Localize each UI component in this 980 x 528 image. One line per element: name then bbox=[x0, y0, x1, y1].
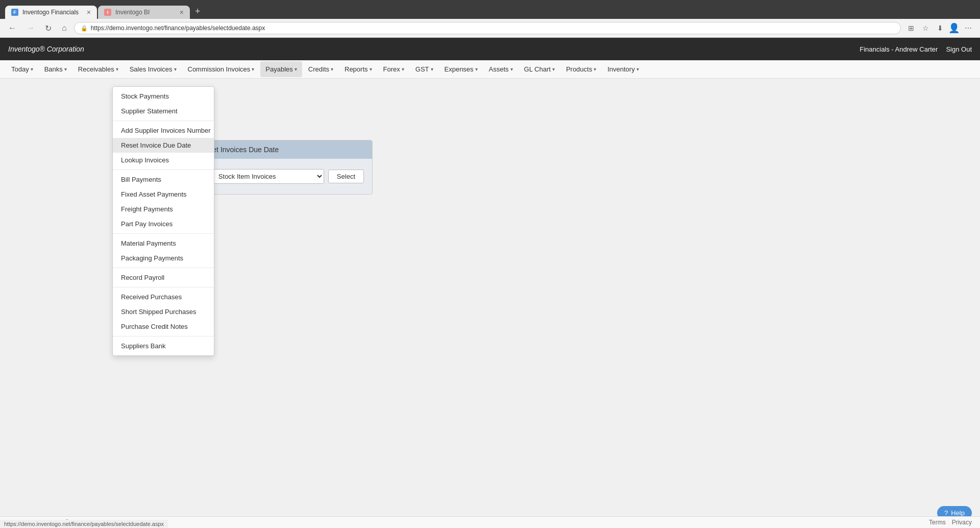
nav-arrow-products: ▾ bbox=[594, 66, 596, 72]
toolbar-icons: ⊞ ☆ ⬇ 👤 ⋯ bbox=[905, 22, 975, 34]
nav-label-assets: Assets bbox=[489, 65, 509, 73]
nav-label-receivables: Receivables bbox=[78, 65, 114, 73]
nav-item-gst[interactable]: GST ▾ bbox=[410, 61, 438, 77]
nav-label-commission-invoices: Commission Invoices bbox=[188, 65, 251, 73]
nav-item-reports[interactable]: Reports ▾ bbox=[339, 61, 377, 77]
app-header-right: Financials - Andrew Carter Sign Out bbox=[860, 45, 972, 53]
nav-arrow-sales: ▾ bbox=[174, 66, 177, 72]
menu-divider-6 bbox=[113, 336, 214, 337]
nav-item-commission-invoices[interactable]: Commission Invoices ▾ bbox=[183, 61, 260, 77]
menu-button[interactable]: ⋯ bbox=[962, 22, 975, 34]
refresh-button[interactable]: ↻ bbox=[42, 22, 55, 34]
main-content: Stock Payments Supplier Statement Add Su… bbox=[0, 79, 980, 395]
invoice-type-select[interactable]: Stock Item Invoices Bill Invoices Fixed … bbox=[212, 169, 324, 184]
nav-item-sales-invoices[interactable]: Sales Invoices ▾ bbox=[125, 61, 182, 77]
nav-label-gst: GST bbox=[415, 65, 429, 73]
nav-item-gl-chart[interactable]: GL Chart ▾ bbox=[519, 61, 560, 77]
panel-title: Set Invoices Due Date bbox=[208, 146, 279, 154]
browser-tabs: F Inventogo Financials × I Inventogo BI … bbox=[5, 4, 975, 19]
bookmark-button[interactable]: ☆ bbox=[919, 22, 932, 34]
nav-label-products: Products bbox=[566, 65, 592, 73]
form-row: Stock Item Invoices Bill Invoices Fixed … bbox=[208, 169, 364, 184]
nav-item-products[interactable]: Products ▾ bbox=[561, 61, 601, 77]
tab-title-financials: Inventogo Financials bbox=[22, 9, 83, 16]
menu-item-suppliers-bank[interactable]: Suppliers Bank bbox=[113, 339, 214, 353]
menu-divider-4 bbox=[113, 268, 214, 268]
browser-toolbar: ← → ↻ ⌂ 🔒 https://demo.inventogo.net/fin… bbox=[0, 19, 980, 38]
nav-arrow-inventory: ▾ bbox=[636, 66, 639, 72]
nav-arrow-expenses: ▾ bbox=[475, 66, 478, 72]
nav-arrow-gst: ▾ bbox=[431, 66, 433, 72]
new-tab-button[interactable]: + bbox=[191, 4, 205, 19]
extensions-button[interactable]: ⊞ bbox=[905, 22, 917, 34]
tab-favicon-financials: F bbox=[11, 9, 18, 16]
nav-item-forex[interactable]: Forex ▾ bbox=[378, 61, 409, 77]
sign-out-button[interactable]: Sign Out bbox=[946, 45, 972, 53]
nav-item-receivables[interactable]: Receivables ▾ bbox=[73, 61, 124, 77]
nav-item-today[interactable]: Today ▾ bbox=[6, 61, 38, 77]
address-text: https://demo.inventogo.net/finance/payab… bbox=[91, 25, 894, 32]
menu-item-record-payroll[interactable]: Record Payroll bbox=[113, 270, 214, 285]
nav-arrow-banks: ▾ bbox=[64, 66, 67, 72]
user-name: Financials - Andrew Carter bbox=[860, 45, 938, 53]
payables-dropdown-menu: Stock Payments Supplier Statement Add Su… bbox=[112, 86, 214, 356]
back-button[interactable]: ← bbox=[5, 22, 19, 34]
nav-label-inventory: Inventory bbox=[607, 65, 634, 73]
tab-title-bi: Inventogo BI bbox=[115, 9, 176, 16]
nav-arrow-receivables: ▾ bbox=[116, 66, 118, 72]
nav-arrow-commission: ▾ bbox=[252, 66, 254, 72]
profile-button[interactable]: 👤 bbox=[948, 22, 960, 34]
menu-item-add-supplier-invoices-number[interactable]: Add Supplier Invoices Number bbox=[113, 123, 214, 138]
nav-label-expenses: Expenses bbox=[445, 65, 474, 73]
menu-item-stock-payments[interactable]: Stock Payments bbox=[113, 89, 214, 104]
nav-item-payables[interactable]: Payables ▾ bbox=[260, 61, 302, 77]
panel-header: Set Invoices Due Date bbox=[200, 140, 372, 159]
tab-bi[interactable]: I Inventogo BI × bbox=[98, 6, 190, 19]
tab-financials[interactable]: F Inventogo Financials × bbox=[5, 6, 97, 19]
nav-bar: Today ▾ Banks ▾ Receivables ▾ Sales Invo… bbox=[0, 60, 980, 79]
nav-label-today: Today bbox=[11, 65, 29, 73]
menu-item-material-payments[interactable]: Material Payments bbox=[113, 236, 214, 251]
menu-item-lookup-invoices[interactable]: Lookup Invoices bbox=[113, 153, 214, 167]
nav-label-banks: Banks bbox=[44, 65, 63, 73]
menu-divider-1 bbox=[113, 121, 214, 121]
tab-close-financials[interactable]: × bbox=[87, 9, 91, 16]
menu-item-freight-payments[interactable]: Freight Payments bbox=[113, 202, 214, 217]
menu-item-purchase-credit-notes[interactable]: Purchase Credit Notes bbox=[113, 319, 214, 334]
select-button[interactable]: Select bbox=[328, 170, 364, 183]
menu-item-reset-invoice-due-date[interactable]: Reset Invoice Due Date bbox=[113, 138, 214, 153]
nav-arrow-forex: ▾ bbox=[402, 66, 404, 72]
panel-body: Stock Item Invoices Bill Invoices Fixed … bbox=[200, 159, 372, 194]
nav-item-banks[interactable]: Banks ▾ bbox=[39, 61, 72, 77]
tab-close-bi[interactable]: × bbox=[180, 9, 184, 16]
nav-item-expenses[interactable]: Expenses ▾ bbox=[439, 61, 483, 77]
nav-item-inventory[interactable]: Inventory ▾ bbox=[602, 61, 644, 77]
nav-arrow-payables: ▾ bbox=[295, 66, 297, 72]
menu-divider-5 bbox=[113, 287, 214, 287]
menu-item-short-shipped-purchases[interactable]: Short Shipped Purchases bbox=[113, 304, 214, 319]
nav-arrow-credits: ▾ bbox=[331, 66, 333, 72]
menu-divider-2 bbox=[113, 170, 214, 170]
menu-item-fixed-asset-payments[interactable]: Fixed Asset Payments bbox=[113, 187, 214, 202]
app-header: Inventogo® Corporation Financials - Andr… bbox=[0, 38, 980, 60]
set-invoices-due-date-panel: Set Invoices Due Date Stock Item Invoice… bbox=[199, 140, 373, 195]
menu-item-received-purchases[interactable]: Received Purchases bbox=[113, 290, 214, 304]
nav-item-credits[interactable]: Credits ▾ bbox=[303, 61, 338, 77]
address-bar[interactable]: 🔒 https://demo.inventogo.net/finance/pay… bbox=[74, 22, 901, 34]
menu-item-supplier-statement[interactable]: Supplier Statement bbox=[113, 104, 214, 118]
nav-label-reports: Reports bbox=[345, 65, 368, 73]
app-logo: Inventogo® Corporation bbox=[8, 45, 84, 53]
forward-button[interactable]: → bbox=[23, 22, 38, 34]
lock-icon: 🔒 bbox=[81, 25, 88, 32]
nav-label-sales-invoices: Sales Invoices bbox=[130, 65, 173, 73]
download-button[interactable]: ⬇ bbox=[934, 22, 946, 34]
menu-item-bill-payments[interactable]: Bill Payments bbox=[113, 172, 214, 187]
nav-arrow-gl: ▾ bbox=[552, 66, 555, 72]
menu-item-part-pay-invoices[interactable]: Part Pay Invoices bbox=[113, 217, 214, 231]
nav-label-gl-chart: GL Chart bbox=[524, 65, 551, 73]
home-button[interactable]: ⌂ bbox=[59, 22, 70, 34]
nav-arrow-today: ▾ bbox=[31, 66, 33, 72]
nav-arrow-reports: ▾ bbox=[370, 66, 372, 72]
menu-item-packaging-payments[interactable]: Packaging Payments bbox=[113, 251, 214, 266]
nav-item-assets[interactable]: Assets ▾ bbox=[484, 61, 518, 77]
